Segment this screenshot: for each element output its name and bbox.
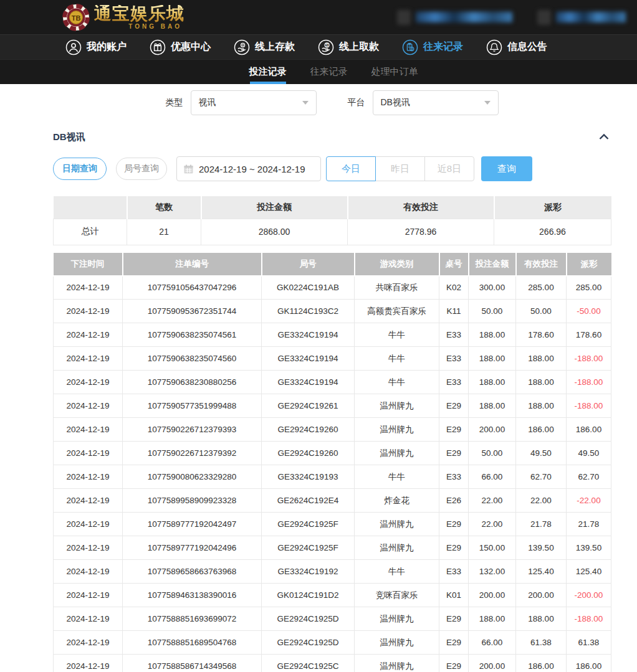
summary-total-label: 总计 [54,219,127,245]
table-row: 2024-12-19 1077588851689504768 GE2924C19… [54,631,611,655]
cell-valid-bet: 125.40 [516,560,567,584]
cell-bet-time: 2024-12-19 [54,465,123,489]
cell-table-no: E26 [439,489,469,513]
table-row: 2024-12-19 1077589777192042497 GE2924C19… [54,513,611,536]
cell-bet-amount: 22.00 [469,489,516,513]
summary-total-row: 总计 21 2868.00 2778.96 266.96 [54,219,611,245]
tab-pending-orders[interactable]: 处理中订单 [369,60,421,84]
cell-order-id: 1077589777192042497 [123,513,262,536]
transaction-records-icon [402,39,418,55]
cell-valid-bet: 186.00 [516,655,567,672]
cell-order-id: 1077590226712379392 [123,442,262,465]
tab-bet-records[interactable]: 投注记录 [247,60,289,84]
cell-order-id: 1077590638235074561 [123,323,262,347]
yesterday-button[interactable]: 昨日 [375,156,425,181]
nav-item-transaction-records[interactable]: 往来记录 [402,39,463,55]
cell-valid-bet: 188.00 [516,347,567,371]
table-row: 2024-12-19 1077589463138390016 GK0124C19… [54,584,611,607]
cell-valid-bet: 22.00 [516,489,567,513]
last-8-days-button[interactable]: 近8日 [424,156,474,181]
summary-header-valid-bet: 有效投注 [348,196,494,219]
cell-order-id: 1077590638235074560 [123,347,262,371]
nav-label: 信息公告 [507,40,547,54]
table-row: 2024-12-19 1077588586714349568 GE2924C19… [54,655,611,672]
cell-game-type: 牛牛 [355,560,439,584]
cell-round-id: GK1124C193C2 [262,300,355,323]
user-name-blurred[interactable] [537,10,626,25]
records-header-row: 下注时间 注单编号 局号 游戏类别 桌号 投注金额 有效投注 派彩 [54,253,611,276]
records-header-valid-bet: 有效投注 [516,253,567,276]
cell-table-no: E33 [439,371,469,394]
chevron-down-icon [302,101,309,105]
platform-filter-label: 平台 [348,97,365,108]
cell-valid-bet: 188.00 [516,394,567,418]
cell-game-type: 牛牛 [355,371,439,394]
cell-table-no: E29 [439,655,469,672]
cell-bet-amount: 150.00 [469,536,516,560]
records-header-game-type: 游戏类别 [355,253,439,276]
tab-transaction-records[interactable]: 往来记录 [308,60,350,84]
panel-header: DB视讯 [53,130,611,144]
nav-item-promotions[interactable]: 优惠中心 [150,39,211,55]
user-balance-icon [397,10,411,25]
cell-table-no: E29 [439,607,469,631]
cell-round-id: GE2924C1925D [262,607,355,631]
cell-bet-amount: 66.00 [469,631,516,655]
cell-round-id: GE2624C192E4 [262,489,355,513]
cell-round-id: GE3324C19193 [262,465,355,489]
today-button[interactable]: 今日 [326,156,376,181]
panel-title: DB视讯 [53,131,85,143]
table-row: 2024-12-19 1077590638230880256 GE3324C19… [54,371,611,394]
cell-order-id: 1077589658663763968 [123,560,262,584]
query-toolbar: 日期查询 局号查询 2024-12-19 ~ 2024-12-19 今日 昨日 … [53,156,611,181]
records-header-bet-time: 下注时间 [54,253,123,276]
cell-payout: 285.00 [567,276,611,300]
cell-payout: -22.00 [567,489,611,513]
cell-payout: 186.00 [567,418,611,442]
cell-bet-time: 2024-12-19 [54,607,123,631]
search-button[interactable]: 查询 [481,156,532,181]
date-query-button[interactable]: 日期查询 [53,158,107,180]
table-row: 2024-12-19 1077590226712379393 GE2924C19… [54,418,611,442]
brand-name-en: TONG BAO [128,24,182,30]
main-nav: 我的账户 优惠中心 线上存款 $ 线上取款 [0,34,637,59]
cell-game-type: 牛牛 [355,347,439,371]
cell-payout: -188.00 [567,394,611,418]
cell-game-type: 温州牌九 [355,607,439,631]
cell-table-no: E33 [439,347,469,371]
cell-valid-bet: 50.00 [516,300,567,323]
summary-header-row: 笔数 投注金额 有效投注 派彩 [54,196,611,219]
content: 类型 视讯 平台 DB视讯 DB视讯 日期查询 局号查询 [0,90,637,672]
cell-bet-time: 2024-12-19 [54,347,123,371]
user-balance-blurred[interactable] [397,10,512,25]
platform-select[interactable]: DB视讯 [373,90,499,115]
nav-item-my-account[interactable]: 我的账户 [65,39,127,55]
nav-label: 线上取款 [339,40,379,54]
nav-item-deposit[interactable]: 线上存款 [234,39,295,55]
type-select[interactable]: 视讯 [191,90,317,115]
date-range-input[interactable]: 2024-12-19 ~ 2024-12-19 [176,156,321,181]
cell-game-type: 温州牌九 [355,394,439,418]
brand-logo[interactable]: TB 通宝娱乐城 TONG BAO [62,4,184,31]
cell-payout: 125.40 [567,560,611,584]
cell-valid-bet: 21.78 [516,513,567,536]
cell-game-type: 温州牌九 [355,418,439,442]
cell-round-id: GE3324C19194 [262,347,355,371]
cell-bet-amount: 66.00 [469,465,516,489]
nav-item-withdraw[interactable]: $ 线上取款 [318,39,379,55]
round-query-button[interactable]: 局号查询 [116,158,167,180]
cell-game-type: 温州牌九 [355,655,439,672]
nav-item-announcements[interactable]: 信息公告 [486,39,547,55]
cell-table-no: E29 [439,513,469,536]
cell-order-id: 1077589777192042496 [123,536,262,560]
cell-bet-amount: 22.00 [469,513,516,536]
cell-round-id: GE2924C19260 [262,442,355,465]
cell-game-type: 温州牌九 [355,442,439,465]
cell-round-id: GK0124C191D2 [262,584,355,607]
summary-header-bet-amount: 投注金额 [201,196,348,219]
cell-table-no: E33 [439,560,469,584]
collapse-chevron-up-icon[interactable] [597,130,611,144]
summary-total-bet-amount: 2868.00 [201,219,348,245]
cell-bet-time: 2024-12-19 [54,489,123,513]
cell-table-no: K01 [439,584,469,607]
